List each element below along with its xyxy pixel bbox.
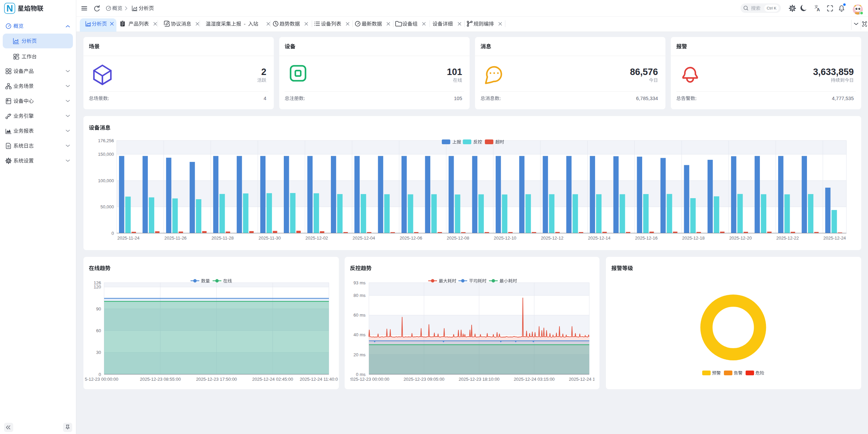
svg-text:30: 30 [96, 350, 101, 355]
svg-text:2025-11-30: 2025-11-30 [259, 235, 281, 241]
svg-text:A: A [817, 7, 820, 12]
svg-text:60 ms: 60 ms [354, 313, 366, 318]
svg-text:2025-12-23 08:55:00: 2025-12-23 08:55:00 [140, 377, 181, 382]
svg-text:2025-12-10: 2025-12-10 [494, 235, 516, 241]
svg-text:2025-11-28: 2025-11-28 [212, 235, 234, 241]
svg-text:93 ms: 93 ms [354, 280, 366, 285]
svg-text:2025-12-23 09:05:00: 2025-12-23 09:05:00 [403, 377, 445, 382]
svg-text:2025-12-14: 2025-12-14 [588, 235, 611, 241]
svg-text:5-12-23 00:00:00: 5-12-23 00:00:00 [85, 377, 118, 382]
svg-text:50,000: 50,000 [100, 204, 114, 209]
svg-text:2025-12-22: 2025-12-22 [776, 235, 799, 241]
svg-text:101: 101 [447, 67, 462, 77]
svg-text:2025-12-18: 2025-12-18 [682, 235, 705, 241]
svg-text:2025-12-20: 2025-12-20 [729, 235, 752, 241]
svg-text:176,256: 176,256 [98, 138, 114, 143]
svg-text:20 ms: 20 ms [354, 352, 366, 357]
svg-text:2025-11-24: 2025-11-24 [117, 235, 140, 241]
svg-text:4: 4 [263, 96, 266, 101]
svg-text:86,576: 86,576 [630, 67, 658, 77]
svg-text:2025-12-24 02:45:00: 2025-12-24 02:45:00 [252, 377, 293, 382]
svg-text:2025-11-26: 2025-11-26 [164, 235, 187, 241]
svg-text:2025-12-24: 2025-12-24 [823, 235, 846, 241]
svg-text:100,000: 100,000 [98, 178, 114, 183]
svg-text:3,633,859: 3,633,859 [813, 67, 854, 77]
svg-text:2025-12-16: 2025-12-16 [635, 235, 658, 241]
svg-text:2025-12-06: 2025-12-06 [400, 235, 422, 241]
svg-text:2025-12-02: 2025-12-02 [305, 235, 328, 241]
svg-text:2025-12-24 03:15:00: 2025-12-24 03:15:00 [514, 377, 555, 382]
svg-text:2025-12-23 17:50:00: 2025-12-23 17:50:00 [196, 377, 237, 382]
svg-text:N: N [6, 3, 13, 14]
svg-text:Ctrl K: Ctrl K [767, 6, 776, 10]
svg-text:105: 105 [454, 96, 462, 101]
svg-text:2025-12-08: 2025-12-08 [447, 235, 469, 241]
svg-text:0: 0 [112, 231, 114, 236]
svg-text:80 ms: 80 ms [354, 293, 366, 298]
svg-text:40 ms: 40 ms [354, 332, 366, 337]
svg-text:2: 2 [261, 67, 266, 77]
svg-text:4,777,535: 4,777,535 [832, 96, 854, 101]
svg-text:150,000: 150,000 [98, 152, 114, 157]
svg-text:2025-12-23 18:10:00: 2025-12-23 18:10:00 [459, 377, 500, 382]
svg-text:2025-12-24 11:40:0: 2025-12-24 11:40:0 [300, 377, 338, 382]
svg-text:90: 90 [96, 306, 101, 312]
svg-text:0 ms: 0 ms [356, 372, 366, 377]
svg-text:2025-12-04: 2025-12-04 [353, 235, 375, 241]
svg-text:6,785,334: 6,785,334 [636, 96, 658, 101]
svg-text:0: 0 [99, 372, 101, 377]
svg-text:2025-12-12: 2025-12-12 [541, 235, 564, 241]
svg-text:120: 120 [94, 284, 101, 289]
svg-text:60: 60 [96, 328, 101, 333]
svg-text:2025-12-23 00:00:00: 2025-12-23 00:00:00 [349, 377, 390, 382]
